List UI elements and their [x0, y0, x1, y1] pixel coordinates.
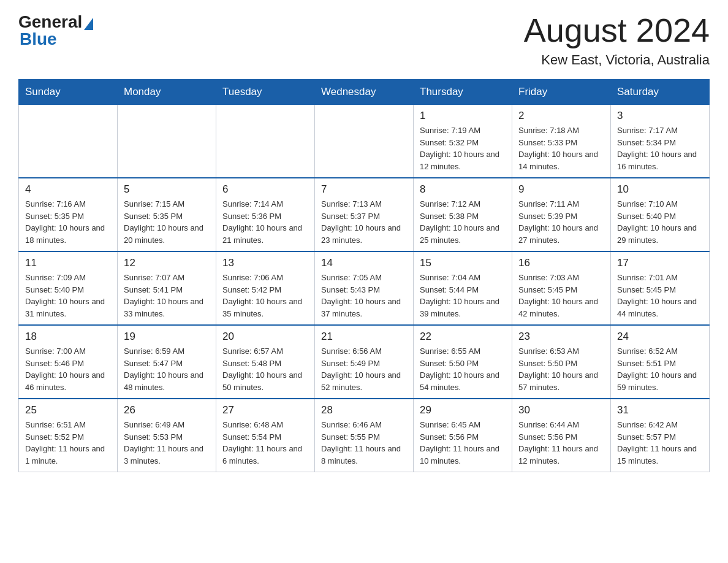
day-number: 6: [222, 183, 308, 196]
day-info: Sunrise: 6:57 AM Sunset: 5:48 PM Dayligh…: [222, 345, 308, 393]
calendar-week-row: 1Sunrise: 7:19 AM Sunset: 5:32 PM Daylig…: [19, 105, 710, 178]
day-info: Sunrise: 6:45 AM Sunset: 5:56 PM Dayligh…: [420, 419, 506, 467]
calendar-cell: 20Sunrise: 6:57 AM Sunset: 5:48 PM Dayli…: [216, 325, 315, 399]
day-info: Sunrise: 7:09 AM Sunset: 5:40 PM Dayligh…: [25, 272, 111, 320]
day-info: Sunrise: 6:51 AM Sunset: 5:52 PM Dayligh…: [25, 419, 111, 467]
day-info: Sunrise: 6:53 AM Sunset: 5:50 PM Dayligh…: [518, 345, 604, 393]
day-number: 3: [617, 110, 703, 122]
day-number: 31: [617, 404, 703, 416]
calendar-cell: 30Sunrise: 6:44 AM Sunset: 5:56 PM Dayli…: [512, 399, 611, 472]
day-info: Sunrise: 7:00 AM Sunset: 5:46 PM Dayligh…: [25, 345, 111, 393]
calendar-cell: 17Sunrise: 7:01 AM Sunset: 5:45 PM Dayli…: [611, 251, 710, 325]
logo: General Blue: [18, 12, 93, 49]
calendar-day-header: Sunday: [19, 80, 118, 105]
calendar-day-header: Tuesday: [216, 80, 315, 105]
calendar-week-row: 25Sunrise: 6:51 AM Sunset: 5:52 PM Dayli…: [19, 399, 710, 472]
calendar-cell: 15Sunrise: 7:04 AM Sunset: 5:44 PM Dayli…: [414, 251, 512, 325]
day-number: 27: [222, 404, 308, 416]
day-info: Sunrise: 6:52 AM Sunset: 5:51 PM Dayligh…: [617, 345, 703, 393]
page-header: General Blue August 2024 Kew East, Victo…: [18, 12, 710, 68]
calendar-cell: 31Sunrise: 6:42 AM Sunset: 5:57 PM Dayli…: [611, 399, 710, 472]
day-info: Sunrise: 7:19 AM Sunset: 5:32 PM Dayligh…: [420, 124, 506, 172]
day-info: Sunrise: 7:18 AM Sunset: 5:33 PM Dayligh…: [518, 124, 604, 172]
day-number: 28: [321, 404, 407, 416]
calendar-cell: 16Sunrise: 7:03 AM Sunset: 5:45 PM Dayli…: [512, 251, 611, 325]
calendar-cell: 11Sunrise: 7:09 AM Sunset: 5:40 PM Dayli…: [19, 251, 118, 325]
calendar-cell: 25Sunrise: 6:51 AM Sunset: 5:52 PM Dayli…: [19, 399, 118, 472]
day-number: 2: [518, 110, 604, 122]
calendar-cell: 28Sunrise: 6:46 AM Sunset: 5:55 PM Dayli…: [315, 399, 414, 472]
day-number: 4: [25, 183, 111, 196]
calendar-cell: 8Sunrise: 7:12 AM Sunset: 5:38 PM Daylig…: [414, 178, 512, 251]
day-info: Sunrise: 6:55 AM Sunset: 5:50 PM Dayligh…: [420, 345, 506, 393]
day-info: Sunrise: 7:17 AM Sunset: 5:34 PM Dayligh…: [617, 124, 703, 172]
day-info: Sunrise: 7:07 AM Sunset: 5:41 PM Dayligh…: [124, 272, 210, 320]
day-info: Sunrise: 6:42 AM Sunset: 5:57 PM Dayligh…: [617, 419, 703, 467]
calendar-cell: 2Sunrise: 7:18 AM Sunset: 5:33 PM Daylig…: [512, 105, 611, 178]
day-number: 1: [420, 110, 506, 122]
calendar-cell: 4Sunrise: 7:16 AM Sunset: 5:35 PM Daylig…: [19, 178, 118, 251]
day-info: Sunrise: 7:05 AM Sunset: 5:43 PM Dayligh…: [321, 272, 407, 320]
calendar-cell: 18Sunrise: 7:00 AM Sunset: 5:46 PM Dayli…: [19, 325, 118, 399]
day-info: Sunrise: 7:16 AM Sunset: 5:35 PM Dayligh…: [25, 198, 111, 246]
calendar-cell: 14Sunrise: 7:05 AM Sunset: 5:43 PM Dayli…: [315, 251, 414, 325]
calendar-cell: 9Sunrise: 7:11 AM Sunset: 5:39 PM Daylig…: [512, 178, 611, 251]
month-title: August 2024: [524, 12, 710, 48]
calendar-cell: 5Sunrise: 7:15 AM Sunset: 5:35 PM Daylig…: [118, 178, 216, 251]
day-number: 10: [617, 183, 703, 196]
calendar-cell: 29Sunrise: 6:45 AM Sunset: 5:56 PM Dayli…: [414, 399, 512, 472]
day-number: 19: [124, 331, 210, 343]
calendar-cell: 13Sunrise: 7:06 AM Sunset: 5:42 PM Dayli…: [216, 251, 315, 325]
day-info: Sunrise: 6:56 AM Sunset: 5:49 PM Dayligh…: [321, 345, 407, 393]
day-info: Sunrise: 7:15 AM Sunset: 5:35 PM Dayligh…: [124, 198, 210, 246]
calendar-cell: 23Sunrise: 6:53 AM Sunset: 5:50 PM Dayli…: [512, 325, 611, 399]
day-number: 20: [222, 331, 308, 343]
day-number: 14: [321, 257, 407, 269]
calendar-cell: 12Sunrise: 7:07 AM Sunset: 5:41 PM Dayli…: [118, 251, 216, 325]
day-info: Sunrise: 7:06 AM Sunset: 5:42 PM Dayligh…: [222, 272, 308, 320]
calendar-day-header: Friday: [512, 80, 611, 105]
calendar-cell: 22Sunrise: 6:55 AM Sunset: 5:50 PM Dayli…: [414, 325, 512, 399]
day-number: 11: [25, 257, 111, 269]
calendar-day-header: Saturday: [611, 80, 710, 105]
day-number: 17: [617, 257, 703, 269]
calendar-week-row: 4Sunrise: 7:16 AM Sunset: 5:35 PM Daylig…: [19, 178, 710, 251]
day-number: 21: [321, 331, 407, 343]
day-info: Sunrise: 6:49 AM Sunset: 5:53 PM Dayligh…: [124, 419, 210, 467]
day-number: 15: [420, 257, 506, 269]
day-info: Sunrise: 7:03 AM Sunset: 5:45 PM Dayligh…: [518, 272, 604, 320]
day-number: 25: [25, 404, 111, 416]
calendar-cell: 27Sunrise: 6:48 AM Sunset: 5:54 PM Dayli…: [216, 399, 315, 472]
calendar-day-header: Wednesday: [315, 80, 414, 105]
calendar-week-row: 11Sunrise: 7:09 AM Sunset: 5:40 PM Dayli…: [19, 251, 710, 325]
day-number: 22: [420, 331, 506, 343]
calendar-header-row: SundayMondayTuesdayWednesdayThursdayFrid…: [19, 80, 710, 105]
day-info: Sunrise: 6:46 AM Sunset: 5:55 PM Dayligh…: [321, 419, 407, 467]
day-info: Sunrise: 7:13 AM Sunset: 5:37 PM Dayligh…: [321, 198, 407, 246]
calendar-cell: [118, 105, 216, 178]
calendar-cell: 26Sunrise: 6:49 AM Sunset: 5:53 PM Dayli…: [118, 399, 216, 472]
day-info: Sunrise: 7:11 AM Sunset: 5:39 PM Dayligh…: [518, 198, 604, 246]
calendar-cell: 10Sunrise: 7:10 AM Sunset: 5:40 PM Dayli…: [611, 178, 710, 251]
calendar-cell: 6Sunrise: 7:14 AM Sunset: 5:36 PM Daylig…: [216, 178, 315, 251]
day-number: 30: [518, 404, 604, 416]
title-block: August 2024 Kew East, Victoria, Australi…: [524, 12, 710, 68]
day-info: Sunrise: 7:01 AM Sunset: 5:45 PM Dayligh…: [617, 272, 703, 320]
day-number: 29: [420, 404, 506, 416]
day-info: Sunrise: 6:48 AM Sunset: 5:54 PM Dayligh…: [222, 419, 308, 467]
day-number: 13: [222, 257, 308, 269]
day-number: 26: [124, 404, 210, 416]
day-number: 16: [518, 257, 604, 269]
calendar-cell: [19, 105, 118, 178]
calendar-day-header: Monday: [118, 80, 216, 105]
calendar-cell: [216, 105, 315, 178]
day-info: Sunrise: 6:44 AM Sunset: 5:56 PM Dayligh…: [518, 419, 604, 467]
day-info: Sunrise: 7:04 AM Sunset: 5:44 PM Dayligh…: [420, 272, 506, 320]
calendar-cell: 3Sunrise: 7:17 AM Sunset: 5:34 PM Daylig…: [611, 105, 710, 178]
day-number: 9: [518, 183, 604, 196]
calendar-cell: 19Sunrise: 6:59 AM Sunset: 5:47 PM Dayli…: [118, 325, 216, 399]
logo-triangle-icon: [84, 18, 93, 30]
day-info: Sunrise: 7:14 AM Sunset: 5:36 PM Dayligh…: [222, 198, 308, 246]
calendar-cell: 24Sunrise: 6:52 AM Sunset: 5:51 PM Dayli…: [611, 325, 710, 399]
calendar-table: SundayMondayTuesdayWednesdayThursdayFrid…: [18, 79, 710, 472]
